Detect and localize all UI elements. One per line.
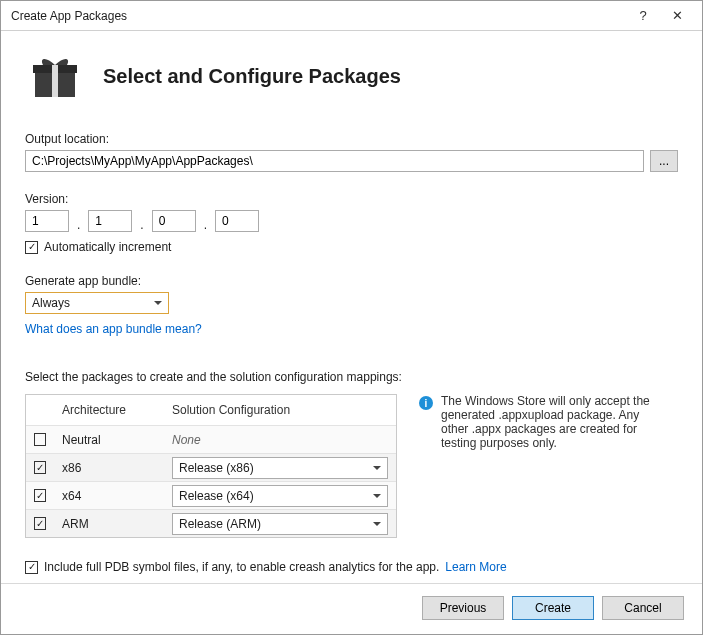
include-pdb-checkbox[interactable] bbox=[25, 561, 38, 574]
conf-neutral: None bbox=[164, 433, 396, 447]
arch-x86: x86 bbox=[54, 461, 164, 475]
neutral-checkbox[interactable] bbox=[34, 433, 46, 446]
pdb-learn-more-link[interactable]: Learn More bbox=[445, 560, 506, 574]
packages-table: Architecture Solution Configuration Neut… bbox=[25, 394, 397, 538]
svg-rect-2 bbox=[52, 65, 58, 97]
x86-checkbox[interactable] bbox=[34, 461, 46, 474]
arm-config-combo[interactable]: Release (ARM) bbox=[172, 513, 388, 535]
arch-x64: x64 bbox=[54, 489, 164, 503]
info-text: The Windows Store will only accept the g… bbox=[441, 394, 669, 450]
arch-neutral: Neutral bbox=[54, 433, 164, 447]
table-row-x86: x86 Release (x86) bbox=[26, 453, 396, 481]
bundle-help-link[interactable]: What does an app bundle mean? bbox=[25, 322, 202, 336]
wizard-footer: Previous Create Cancel bbox=[1, 583, 702, 634]
version-revision-input[interactable] bbox=[215, 210, 259, 232]
output-location-input[interactable] bbox=[25, 150, 644, 172]
x64-checkbox[interactable] bbox=[34, 489, 46, 502]
x86-config-combo[interactable]: Release (x86) bbox=[172, 457, 388, 479]
info-panel: i The Windows Store will only accept the… bbox=[419, 394, 669, 450]
titlebar: Create App Packages ? ✕ bbox=[1, 1, 702, 31]
close-icon: ✕ bbox=[672, 8, 683, 23]
wizard-header: Select and Configure Packages bbox=[1, 31, 702, 126]
close-button[interactable]: ✕ bbox=[660, 5, 694, 27]
packages-prompt: Select the packages to create and the so… bbox=[25, 370, 678, 384]
page-title: Select and Configure Packages bbox=[103, 65, 401, 88]
arm-checkbox[interactable] bbox=[34, 517, 46, 530]
bundle-combo[interactable]: Always bbox=[25, 292, 169, 314]
table-row-arm: ARM Release (ARM) bbox=[26, 509, 396, 537]
version-major-input[interactable] bbox=[25, 210, 69, 232]
table-header-row: Architecture Solution Configuration bbox=[26, 395, 396, 425]
col-solution-config: Solution Configuration bbox=[164, 403, 396, 417]
gift-box-icon bbox=[29, 49, 81, 104]
create-button[interactable]: Create bbox=[512, 596, 594, 620]
help-button[interactable]: ? bbox=[626, 5, 660, 27]
bundle-label: Generate app bundle: bbox=[25, 274, 678, 288]
browse-button[interactable]: ... bbox=[650, 150, 678, 172]
window-title: Create App Packages bbox=[11, 9, 626, 23]
auto-increment-checkbox[interactable] bbox=[25, 241, 38, 254]
table-row-x64: x64 Release (x64) bbox=[26, 481, 396, 509]
col-architecture: Architecture bbox=[54, 403, 164, 417]
info-icon: i bbox=[419, 396, 433, 410]
cancel-button[interactable]: Cancel bbox=[602, 596, 684, 620]
version-build-input[interactable] bbox=[152, 210, 196, 232]
output-location-label: Output location: bbox=[25, 132, 678, 146]
bundle-combo-value: Always bbox=[32, 296, 162, 310]
include-pdb-label: Include full PDB symbol files, if any, t… bbox=[44, 560, 439, 574]
x64-config-combo[interactable]: Release (x64) bbox=[172, 485, 388, 507]
auto-increment-label: Automatically increment bbox=[44, 240, 171, 254]
arch-arm: ARM bbox=[54, 517, 164, 531]
version-label: Version: bbox=[25, 192, 678, 206]
version-minor-input[interactable] bbox=[88, 210, 132, 232]
previous-button[interactable]: Previous bbox=[422, 596, 504, 620]
table-row-neutral: Neutral None bbox=[26, 425, 396, 453]
